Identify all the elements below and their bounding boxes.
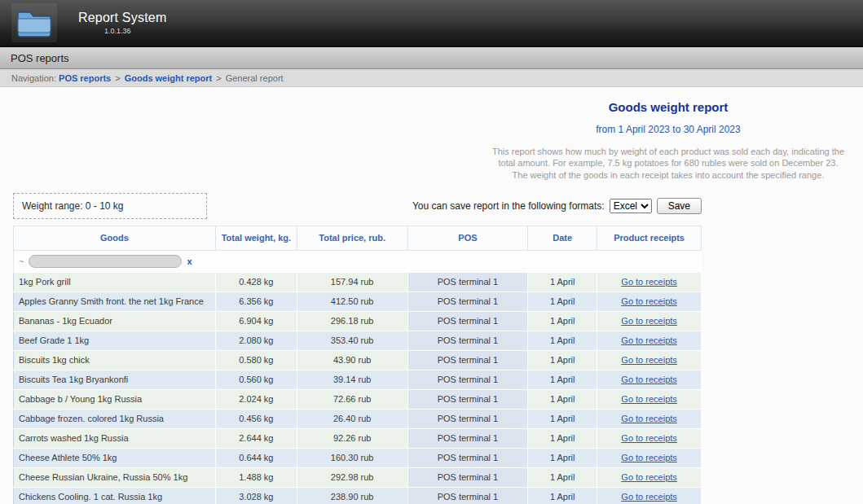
price-cell: 72.66 rub (297, 389, 407, 409)
goods-cell: Bananas - 1kg Ecuador (14, 311, 216, 331)
report-description: This report shows how much by weight of … (475, 146, 861, 181)
pos-cell: POS terminal 1 (407, 272, 528, 291)
price-cell: 160.30 rub (297, 448, 407, 467)
go-to-receipts-link[interactable]: Go to receipts (621, 375, 676, 384)
app-header: Report System 1.0.1.36 (0, 0, 863, 47)
breadcrumb-current: General report (226, 73, 284, 83)
weight-cell: 1.488 kg (215, 467, 297, 487)
receipts-cell: Go to receipts (597, 350, 702, 370)
pos-cell: POS terminal 1 (407, 467, 528, 487)
weight-cell: 0.580 kg (215, 350, 297, 370)
app-logo (11, 3, 57, 42)
filter-row: ~ x (14, 250, 702, 272)
goods-cell: Chickens Cooling. 1 cat. Russia 1kg (14, 487, 216, 504)
filter-tilde: ~ (19, 256, 24, 266)
breadcrumb-label: Navigation: (11, 73, 56, 83)
save-button[interactable]: Save (657, 198, 702, 214)
column-header-goods: Goods (14, 226, 216, 250)
column-header-pos: POS (407, 226, 528, 250)
price-cell: 353.40 rub (297, 331, 407, 350)
report-description-line: This report shows how much by weight of … (475, 146, 861, 157)
receipts-cell: Go to receipts (597, 291, 702, 311)
pos-cell: POS terminal 1 (407, 370, 528, 389)
date-cell: 1 April (528, 448, 597, 467)
breadcrumb-link-pos-reports[interactable]: POS reports (59, 73, 111, 83)
weight-cell: 2.080 kg (215, 331, 297, 350)
goods-cell: Beef Grade 1 1kg (14, 331, 216, 350)
table-row: Cheese Russian Ukraine, Russia 50% 1kg1.… (14, 467, 702, 487)
goods-cell: Biscuits Tea 1kg Bryankonfi (14, 370, 216, 389)
go-to-receipts-link[interactable]: Go to receipts (621, 296, 676, 306)
save-group: You can save report in the following for… (412, 198, 702, 214)
go-to-receipts-link[interactable]: Go to receipts (621, 414, 676, 423)
price-cell: 157.94 rub (297, 272, 407, 291)
breadcrumb: Navigation: POS reports > Goods weight r… (0, 69, 863, 87)
goods-filter-input[interactable] (29, 255, 182, 268)
go-to-receipts-link[interactable]: Go to receipts (621, 335, 676, 345)
date-cell: 1 April (528, 428, 597, 448)
receipts-cell: Go to receipts (597, 409, 702, 428)
filter-clear-link[interactable]: x (187, 256, 192, 266)
weight-cell: 0.560 kg (215, 370, 297, 389)
price-cell: 26.40 rub (297, 409, 407, 428)
report-description-line: The weight of the goods in each receipt … (475, 169, 861, 181)
go-to-receipts-link[interactable]: Go to receipts (621, 316, 676, 326)
save-formats-label: You can save report in the following for… (412, 200, 605, 212)
report-table-body: 1kg Pork grill0.428 kg157.94 rubPOS term… (14, 272, 702, 504)
table-row: Chickens Cooling. 1 cat. Russia 1kg3.028… (14, 487, 702, 504)
table-row: Cheese Athlete 50% 1kg0.644 kg160.30 rub… (14, 448, 702, 467)
go-to-receipts-link[interactable]: Go to receipts (621, 453, 676, 462)
price-cell: 412.50 rub (297, 291, 407, 311)
go-to-receipts-link[interactable]: Go to receipts (621, 355, 676, 365)
column-header-total-price: Total price, rub. (297, 226, 407, 250)
report-table: Goods Total weight, kg. Total price, rub… (13, 226, 702, 504)
date-cell: 1 April (528, 389, 597, 409)
report-head: Goods weight report from 1 April 2023 to… (475, 100, 861, 181)
section-title: POS reports (11, 52, 69, 64)
table-header: Goods Total weight, kg. Total price, rub… (14, 226, 702, 250)
go-to-receipts-link[interactable]: Go to receipts (621, 277, 676, 287)
go-to-receipts-link[interactable]: Go to receipts (621, 492, 676, 502)
column-header-product-receipts: Product receipts (597, 226, 702, 250)
weight-cell: 0.428 kg (215, 272, 297, 291)
receipts-cell: Go to receipts (597, 428, 702, 448)
table-row: Biscuits 1kg chick0.580 kg43.90 rubPOS t… (14, 350, 702, 370)
pos-cell: POS terminal 1 (407, 448, 528, 467)
receipts-cell: Go to receipts (597, 389, 702, 409)
go-to-receipts-link[interactable]: Go to receipts (621, 394, 676, 404)
goods-cell: 1kg Pork grill (14, 272, 216, 291)
weight-cell: 3.028 kg (215, 487, 297, 504)
goods-cell: Biscuits 1kg chick (14, 350, 216, 370)
report-date-range: from 1 April 2023 to 30 April 2023 (475, 124, 861, 135)
weight-cell: 6.904 kg (215, 311, 297, 331)
receipts-cell: Go to receipts (597, 331, 702, 350)
table-row: Cabbage frozen. colored 1kg Russia0.456 … (14, 409, 702, 428)
goods-cell: Apples Granny Smith front. the net 1kg F… (14, 291, 216, 311)
pos-cell: POS terminal 1 (407, 428, 528, 448)
goods-cell: Carrots washed 1kg Russia (14, 428, 216, 448)
pos-cell: POS terminal 1 (407, 311, 528, 331)
format-select[interactable]: Excel (610, 199, 652, 213)
report-description-line: total amount. For example, 7.5 kg potato… (475, 157, 861, 169)
breadcrumb-separator: > (216, 73, 221, 83)
breadcrumb-link-goods-weight-report[interactable]: Goods weight report (125, 73, 213, 83)
receipts-cell: Go to receipts (597, 487, 702, 504)
column-header-date: Date (528, 226, 597, 250)
price-cell: 43.90 rub (297, 350, 407, 370)
folder-icon (16, 7, 52, 39)
receipts-cell: Go to receipts (597, 272, 702, 291)
page-title: Goods weight report (475, 100, 861, 114)
price-cell: 238.90 rub (297, 487, 407, 504)
go-to-receipts-link[interactable]: Go to receipts (621, 433, 676, 443)
receipts-cell: Go to receipts (597, 370, 702, 389)
weight-cell: 2.024 kg (215, 389, 297, 409)
weight-cell: 2.644 kg (215, 428, 297, 448)
receipts-cell: Go to receipts (597, 448, 702, 467)
receipts-cell: Go to receipts (597, 467, 702, 487)
price-cell: 92.26 rub (297, 428, 407, 448)
receipts-cell: Go to receipts (597, 311, 702, 331)
go-to-receipts-link[interactable]: Go to receipts (621, 472, 676, 482)
date-cell: 1 April (528, 487, 597, 504)
section-bar: POS reports (0, 47, 863, 69)
date-cell: 1 April (528, 350, 597, 370)
